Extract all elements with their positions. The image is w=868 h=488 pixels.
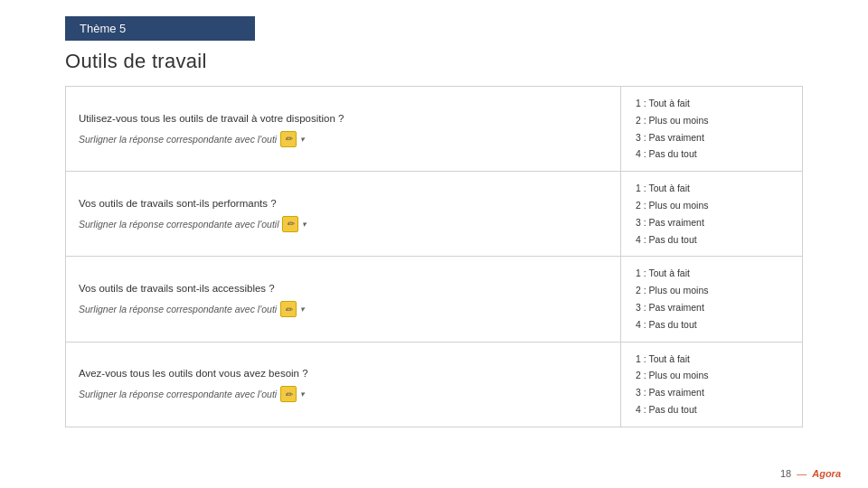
option-item: 1 : Tout à fait [636,352,788,367]
tool-icon-group: ✏ ▾ [280,386,305,402]
option-item: 3 : Pas vraiment [636,130,788,145]
question-right: 1 : Tout à fait 2 : Plus ou moins 3 : Pa… [621,257,802,341]
footer: 18 — Agora [780,468,841,479]
highlight-instruction: Surligner la réponse correspondante avec… [79,386,608,402]
option-item: 2 : Plus ou moins [636,368,788,383]
question-row: Utilisez-vous tous les outils de travail… [65,86,803,171]
page-title: Outils de travail [65,50,868,73]
question-row: Vos outils de travails sont-ils performa… [65,171,803,256]
question-text: Vos outils de travails sont-ils performa… [79,196,608,211]
option-item: 2 : Plus ou moins [636,113,788,128]
highlight-instruction: Surligner la réponse correspondante avec… [79,216,608,232]
question-right: 1 : Tout à fait 2 : Plus ou moins 3 : Pa… [621,87,802,171]
option-item: 1 : Tout à fait [636,96,788,111]
option-item: 4 : Pas du tout [636,317,788,333]
option-item: 3 : Pas vraiment [636,385,788,400]
question-left: Vos outils de travails sont-ils performa… [66,172,621,256]
option-item: 4 : Pas du tout [636,232,788,248]
dropdown-arrow: ▾ [300,305,305,314]
pencil-icon: ✏ [280,301,297,317]
question-row: Avez-vous tous les outils dont vous avez… [65,342,803,427]
pencil-icon: ✏ [282,216,298,232]
option-item: 4 : Pas du tout [636,402,788,418]
dropdown-arrow: ▾ [302,220,307,229]
option-item: 1 : Tout à fait [636,181,788,196]
theme-banner: Thème 5 [65,16,255,41]
footer-brand: Agora [812,468,841,479]
question-right: 1 : Tout à fait 2 : Plus ou moins 3 : Pa… [621,343,802,427]
dropdown-arrow: ▾ [300,135,305,144]
question-left: Vos outils de travails sont-ils accessib… [66,257,621,341]
theme-label: Thème 5 [80,22,126,35]
pencil-icon: ✏ [280,131,297,147]
dropdown-arrow: ▾ [300,389,305,399]
tool-icon-group: ✏ ▾ [280,131,305,147]
question-row: Vos outils de travails sont-ils accessib… [65,256,803,341]
question-right: 1 : Tout à fait 2 : Plus ou moins 3 : Pa… [621,172,802,256]
question-text: Vos outils de travails sont-ils accessib… [79,281,608,296]
tool-icon-group: ✏ ▾ [282,216,307,232]
tool-icon-group: ✏ ▾ [280,301,305,317]
question-left: Utilisez-vous tous les outils de travail… [66,87,621,171]
option-item: 2 : Plus ou moins [636,283,788,298]
question-text: Avez-vous tous les outils dont vous avez… [79,366,608,380]
option-item: 4 : Pas du tout [636,146,788,162]
option-item: 3 : Pas vraiment [636,215,788,230]
page-number: 18 [780,468,791,479]
pencil-icon: ✏ [280,386,297,402]
question-left: Avez-vous tous les outils dont vous avez… [66,343,621,427]
highlight-instruction: Surligner la réponse correspondante avec… [79,301,608,317]
option-item: 3 : Pas vraiment [636,300,788,315]
question-text: Utilisez-vous tous les outils de travail… [79,111,608,126]
questions-container: Utilisez-vous tous les outils de travail… [65,86,803,427]
highlight-instruction: Surligner la réponse correspondante avec… [79,131,608,147]
option-item: 2 : Plus ou moins [636,198,788,213]
option-item: 1 : Tout à fait [636,266,788,281]
footer-dash: — [797,468,807,479]
